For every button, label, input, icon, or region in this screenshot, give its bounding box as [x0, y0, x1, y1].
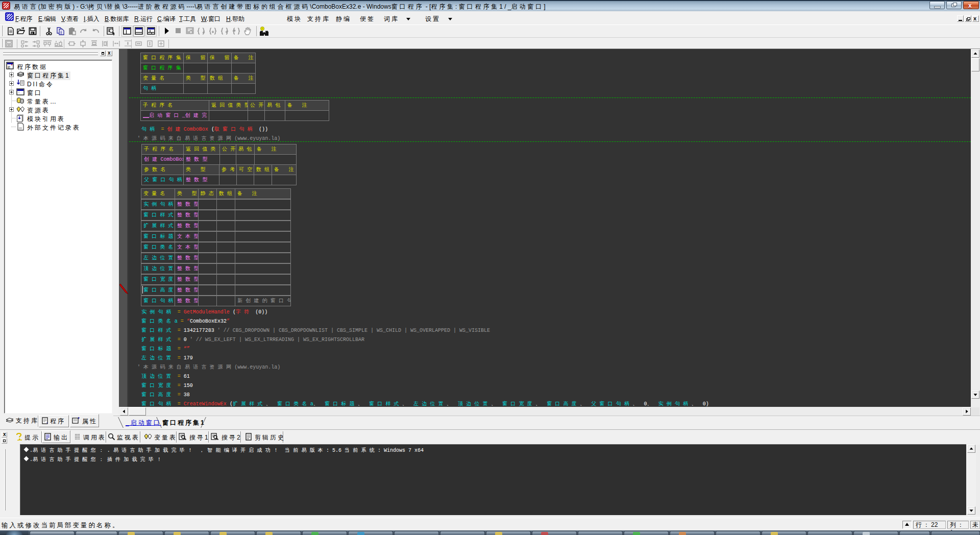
svg-text:e: e — [8, 64, 10, 69]
